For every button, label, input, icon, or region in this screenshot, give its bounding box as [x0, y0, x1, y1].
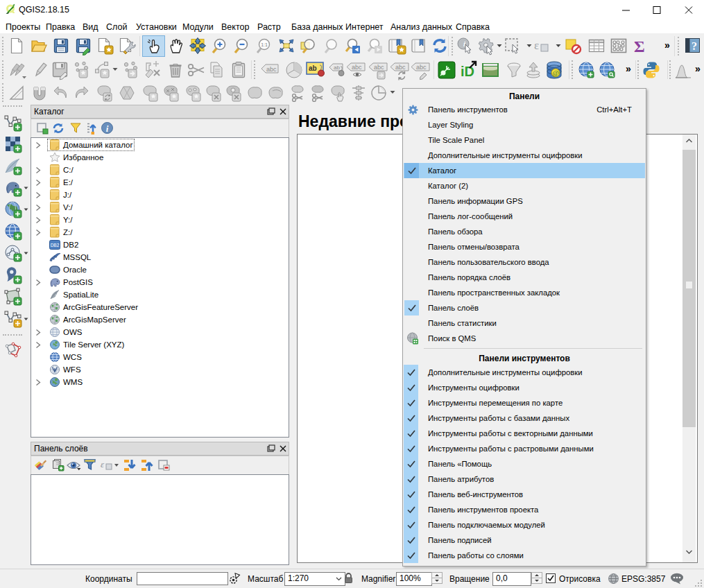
svg-text:1:1: 1:1: [261, 42, 268, 47]
svg-text:abc: abc: [266, 66, 277, 73]
svg-text:@: @: [552, 69, 558, 77]
svg-text:abc: abc: [352, 64, 362, 71]
svg-text:ε: ε: [534, 39, 539, 52]
svg-text:abc: abc: [395, 64, 406, 71]
svg-text:i: i: [106, 123, 109, 134]
svg-text:ε: ε: [101, 459, 105, 469]
svg-text:abc: abc: [374, 64, 384, 71]
svg-text:abc: abc: [416, 64, 427, 71]
svg-text:ab: ab: [334, 64, 340, 71]
svg-text:Σ: Σ: [634, 37, 645, 55]
svg-text:ab: ab: [309, 64, 317, 72]
svg-text:DB2: DB2: [51, 243, 60, 248]
svg-text:?: ?: [692, 40, 697, 52]
